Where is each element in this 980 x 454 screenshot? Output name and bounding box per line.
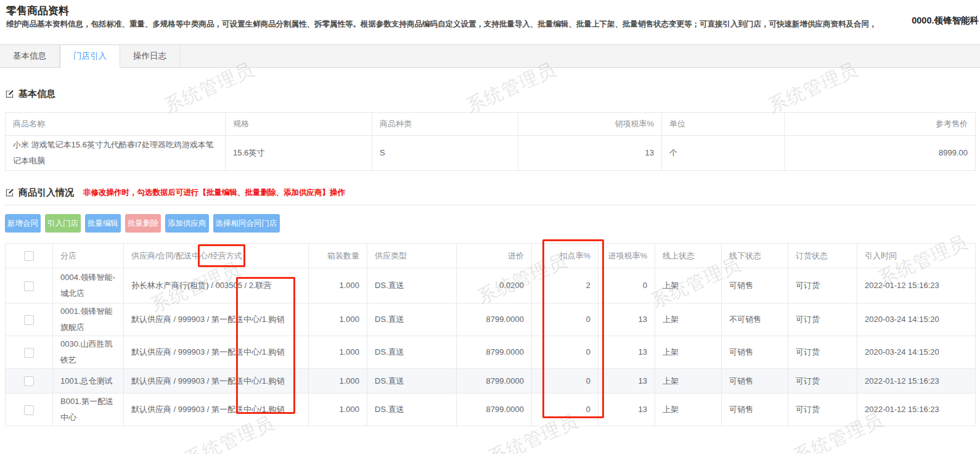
batch-operation-warning: 非修改操作时，勾选数据后可进行【批量编辑、批量删除、添加供应商】操作 (83, 188, 345, 198)
col-spec: 规格 (226, 113, 372, 136)
cell-purchase-price: 8799.0000 (457, 394, 532, 426)
tab-store-import[interactable]: 门店引入 (60, 45, 120, 67)
cell-deduction-rate: 0 (532, 336, 598, 369)
cell-input-tax: 0 (598, 268, 655, 303)
page-description: 维护商品基本资料信息，包括标准、重量、多规格等中类商品，可设置生鲜商品分割属性、… (6, 19, 877, 30)
cell-supplier: 默认供应商 / 999903 / 第一配送中心/1.购销 (124, 394, 309, 426)
row-checkbox[interactable] (24, 348, 34, 358)
cell-deduction-rate: 0 (532, 394, 598, 426)
import-table-header-row: 分店 供应商/合同/配送中心/经营方式 箱装数量 供应类型 进价 扣点率% 进项… (6, 244, 976, 268)
cell-input-tax: 13 (598, 394, 655, 426)
cell-box-qty: 1.000 (309, 394, 367, 426)
cell-box-qty: 1.000 (309, 268, 367, 303)
cell-category: S (372, 136, 518, 171)
tab-operation-log[interactable]: 操作日志 (120, 45, 180, 67)
cell-offline-status: 可销售 (722, 336, 788, 369)
cell-deduction-rate: 0 (532, 369, 598, 394)
cell-online-status: 上架 (655, 303, 722, 336)
edit-icon (5, 89, 14, 99)
cell-input-tax: 13 (598, 369, 655, 394)
cell-supplier: 默认供应商 / 999903 / 第一配送中心/1.购销 (124, 303, 309, 336)
cell-online-status: 上架 (655, 268, 722, 303)
col-purchase-price: 进价 (457, 244, 532, 268)
cell-ref-price: 8999.00 (785, 136, 976, 171)
cell-online-status: 上架 (655, 336, 722, 369)
row-checkbox[interactable] (24, 315, 34, 325)
col-input-tax: 进项税率% (598, 244, 655, 268)
cell-order-status: 可订货 (788, 303, 857, 336)
toolbar: 新增合同 引入门店 批量编辑 批量删除 添加供应商 选择相同合同门店 (5, 214, 975, 233)
cell-spec: 15.6英寸 (226, 136, 372, 171)
cell-deduction-rate: 2 (532, 268, 598, 303)
cell-supply-type: DS.直送 (367, 268, 457, 303)
col-offline-status: 线下状态 (722, 244, 788, 268)
col-deduction-rate: 扣点率% (532, 244, 598, 268)
cell-offline-status: 可销售 (722, 268, 788, 303)
basic-info-data-row: 小米 游戏笔记本15.6英寸九代酷睿I7处理器吃鸡游戏本笔记本电脑 15.6英寸… (6, 136, 976, 171)
page-header: 零售商品资料 维护商品基本资料信息，包括标准、重量、多规格等中类商品，可设置生鲜… (0, 0, 980, 44)
col-supply-type: 供应类型 (367, 244, 457, 268)
col-online-status: 线上状态 (655, 244, 722, 268)
col-ref-price: 参考售价 (785, 113, 976, 136)
batch-delete-button[interactable]: 批量删除 (125, 214, 161, 233)
cell-input-tax: 13 (598, 336, 655, 369)
cell-store: B001.第一配送中心 (53, 394, 124, 426)
tab-bar: 基本信息 门店引入 操作日志 (0, 44, 980, 68)
batch-edit-button[interactable]: 批量编辑 (85, 214, 121, 233)
company-name: 0000.领锋智能科 (912, 15, 979, 27)
col-supplier-contract: 供应商/合同/配送中心/经营方式 (124, 244, 309, 268)
cell-box-qty: 1.000 (309, 336, 367, 369)
import-to-store-button[interactable]: 引入门店 (45, 214, 81, 233)
cell-store: 0001.领锋智能旗舰店 (53, 303, 124, 336)
basic-info-section-title: 基本信息 (5, 88, 975, 100)
import-table: 分店 供应商/合同/配送中心/经营方式 箱装数量 供应类型 进价 扣点率% 进项… (5, 243, 976, 426)
row-checkbox[interactable] (24, 405, 34, 415)
add-supplier-button[interactable]: 添加供应商 (165, 214, 209, 233)
cell-supplier: 默认供应商 / 999903 / 第一配送中心/1.购销 (124, 336, 309, 369)
cell-import-time: 2022-01-12 15:16:23 (857, 369, 976, 394)
col-output-tax: 销项税率% (518, 113, 662, 136)
cell-online-status: 上架 (655, 369, 722, 394)
cell-online-status: 上架 (655, 394, 722, 426)
cell-order-status: 可订货 (788, 369, 857, 394)
edit-icon (5, 188, 14, 197)
section-title-text: 基本信息 (18, 88, 55, 100)
cell-supply-type: DS.直送 (367, 394, 457, 426)
cell-box-qty: 1.000 (309, 369, 367, 394)
table-row: 0001.领锋智能旗舰店 默认供应商 / 999903 / 第一配送中心/1.购… (6, 303, 976, 336)
row-checkbox[interactable] (24, 281, 34, 291)
cell-supplier: 孙长林水产商行(租赁) / 003505 / 2.联营 (124, 268, 309, 303)
cell-store: 0004.领锋智能-城北店 (53, 268, 124, 303)
cell-purchase-price: 8799.0000 (457, 369, 532, 394)
col-order-status: 订货状态 (788, 244, 857, 268)
cell-purchase-price: 8799.0000 (457, 303, 532, 336)
select-same-contract-store-button[interactable]: 选择相同合同门店 (213, 214, 280, 233)
cell-deduction-rate: 0 (532, 303, 598, 336)
basic-info-table: 商品名称 规格 商品种类 销项税率% 单位 参考售价 小米 游戏笔记本15.6英… (5, 112, 976, 171)
table-row: 1001.总仓测试 默认供应商 / 999903 / 第一配送中心/1.购销 1… (6, 369, 976, 394)
cell-order-status: 可订货 (788, 394, 857, 426)
cell-store: 0030.山西胜凯铁艺 (53, 336, 124, 369)
cell-input-tax: 13 (598, 303, 655, 336)
cell-product-name: 小米 游戏笔记本15.6英寸九代酷睿I7处理器吃鸡游戏本笔记本电脑 (6, 136, 226, 171)
cell-offline-status: 不可销售 (722, 303, 788, 336)
select-all-checkbox[interactable] (24, 251, 34, 261)
table-row: 0004.领锋智能-城北店 孙长林水产商行(租赁) / 003505 / 2.联… (6, 268, 976, 303)
cell-order-status: 可订货 (788, 336, 857, 369)
cell-supply-type: DS.直送 (367, 369, 457, 394)
cell-order-status: 可订货 (788, 268, 857, 303)
add-contract-button[interactable]: 新增合同 (5, 214, 41, 233)
cell-output-tax: 13 (518, 136, 662, 171)
section-title-text: 商品引入情况 (18, 187, 74, 199)
table-row: B001.第一配送中心 默认供应商 / 999903 / 第一配送中心/1.购销… (6, 394, 976, 426)
cell-supply-type: DS.直送 (367, 336, 457, 369)
cell-import-time: 2022-01-12 15:16:23 (857, 268, 976, 303)
cell-box-qty: 1.000 (309, 303, 367, 336)
tab-basic-info[interactable]: 基本信息 (0, 45, 60, 67)
row-checkbox[interactable] (24, 376, 34, 386)
cell-offline-status: 可销售 (722, 369, 788, 394)
col-store: 分店 (53, 244, 124, 268)
cell-supplier: 默认供应商 / 999903 / 第一配送中心/1.购销 (124, 369, 309, 394)
basic-info-header-row: 商品名称 规格 商品种类 销项税率% 单位 参考售价 (6, 113, 976, 136)
col-import-time: 引入时间 (857, 244, 976, 268)
